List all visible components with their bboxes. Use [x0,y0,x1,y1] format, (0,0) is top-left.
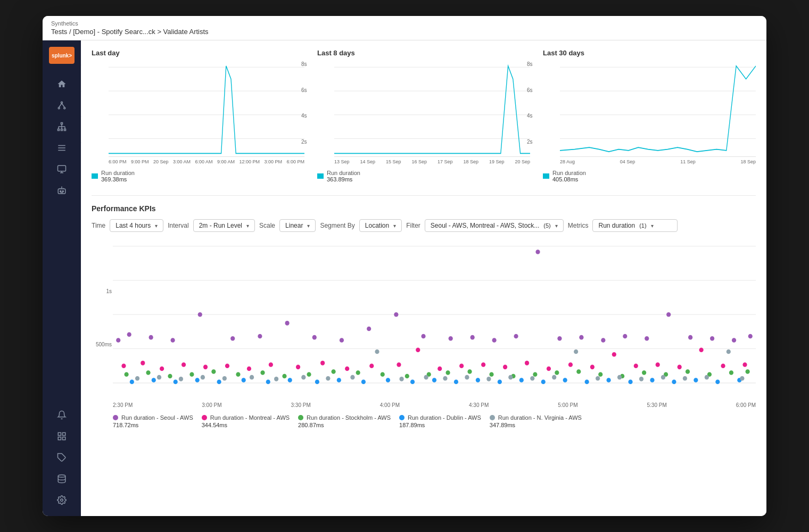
chart-last-day: Last day 8s 6s 4s 2s [92,49,304,182]
svg-point-154 [585,379,589,384]
svg-point-148 [454,379,458,384]
svg-point-172 [375,350,379,354]
svg-point-72 [688,335,692,340]
svg-point-130 [686,369,690,374]
nav-settings[interactable] [51,491,72,510]
nav-home[interactable] [51,74,72,94]
svg-point-167 [250,375,254,380]
legend-color-last-8-days [317,173,324,179]
svg-point-96 [568,362,573,367]
svg-point-97 [590,365,595,370]
nav-list[interactable] [51,138,72,157]
filter-metrics-count: (1) [639,222,646,229]
filter-interval-select[interactable]: 2m - Run Level ▾ [193,219,255,232]
chart-last-8-days: Last 8 days 8s 6s 4s 2s [317,49,530,182]
svg-point-106 [146,370,150,375]
svg-point-60 [421,334,425,339]
filter-metrics-value: Run duration [598,222,635,229]
filter-scale-value: Linear [285,222,303,229]
svg-point-48 [116,338,120,343]
svg-point-73 [710,336,714,341]
legend-dot-n-virginia [490,415,495,420]
filter-metrics-label: Metrics [568,222,589,229]
svg-point-186 [683,376,687,381]
svg-point-86 [345,367,349,371]
chart-last-8-days-legend: Run duration 363.89ms [317,170,530,182]
splunk-logo[interactable]: splunk> [49,47,75,64]
svg-point-78 [160,367,164,371]
svg-point-114 [332,369,336,374]
svg-point-79 [181,362,186,367]
legend-color-last-30-days [543,173,549,179]
svg-point-21 [60,190,61,192]
svg-point-143 [337,378,341,383]
legend-value-last-day: 369.38ms [101,176,135,182]
filter-segment-select[interactable]: Location ▾ [359,219,402,232]
svg-point-134 [130,379,134,384]
filter-filter-select[interactable]: Seoul - AWS, Montreal - AWS, Stock... (5… [425,219,564,232]
chart-last-8-days-area [334,61,530,157]
chart-last-day-area [109,61,304,157]
svg-point-180 [552,375,556,380]
nav-grid[interactable] [51,427,72,446]
svg-point-109 [211,369,216,374]
svg-point-1 [58,107,60,109]
filter-filter-chevron: ▾ [555,223,558,229]
filter-scale-select[interactable]: Linear ▾ [279,219,316,232]
svg-point-137 [195,378,200,383]
svg-point-174 [424,375,428,380]
nav-robot[interactable] [51,181,72,200]
svg-point-140 [266,379,270,384]
nav-storage[interactable] [51,469,72,488]
nav-tag[interactable] [51,448,72,467]
filter-metrics-select[interactable]: Run duration (1) ▾ [592,219,678,232]
svg-point-188 [727,350,731,354]
charts-row: Last day 8s 6s 4s 2s [92,49,756,182]
svg-point-81 [225,363,229,368]
svg-point-162 [135,376,139,381]
svg-point-113 [307,372,311,377]
legend-item-dublin: Run duration - Dublin - AWS 187.89ms [399,414,481,428]
svg-line-3 [59,103,62,107]
svg-point-57 [340,338,344,343]
chart-last-30-days-legend: Run duration 405.08ms [543,170,756,182]
filter-time-select[interactable]: Last 4 hours ▾ [110,219,163,232]
svg-point-175 [443,376,447,381]
svg-point-76 [121,363,126,368]
filter-segment-label: Segment By [320,222,354,229]
svg-point-98 [612,352,616,357]
svg-point-179 [530,376,534,381]
svg-point-177 [486,377,491,381]
svg-point-112 [282,374,286,379]
svg-point-187 [705,375,709,380]
filter-scale-chevron: ▾ [307,223,310,229]
svg-rect-5 [61,123,63,124]
chart-last-day-title: Last day [92,49,304,57]
svg-point-105 [124,372,128,377]
svg-point-80 [203,365,208,370]
svg-point-156 [628,379,632,384]
svg-point-90 [437,367,442,371]
page-title: Tests / [Demo] - Spotify Searc...ck > Va… [51,28,758,36]
svg-point-183 [617,375,622,380]
nav-hierarchy[interactable] [51,117,72,136]
svg-point-171 [350,375,354,380]
filter-filter-value: Seoul - AWS, Montreal - AWS, Stock... [431,222,540,229]
nav-nodes[interactable] [51,96,72,115]
chart-last-30-days-title: Last 30 days [543,49,756,57]
svg-point-93 [503,365,507,370]
svg-point-144 [361,379,366,384]
scatter-y-500ms: 500ms [92,342,112,347]
svg-point-94 [525,361,529,365]
nav-bell[interactable] [51,405,72,425]
legend-dot-stockholm [298,415,303,420]
svg-point-75 [748,334,753,339]
nav-monitor[interactable] [51,160,72,179]
svg-point-65 [535,250,540,254]
svg-point-82 [247,367,251,371]
svg-point-170 [326,376,330,381]
svg-point-110 [236,372,240,377]
svg-point-67 [579,335,583,340]
svg-point-157 [650,378,654,383]
svg-point-100 [656,362,660,367]
